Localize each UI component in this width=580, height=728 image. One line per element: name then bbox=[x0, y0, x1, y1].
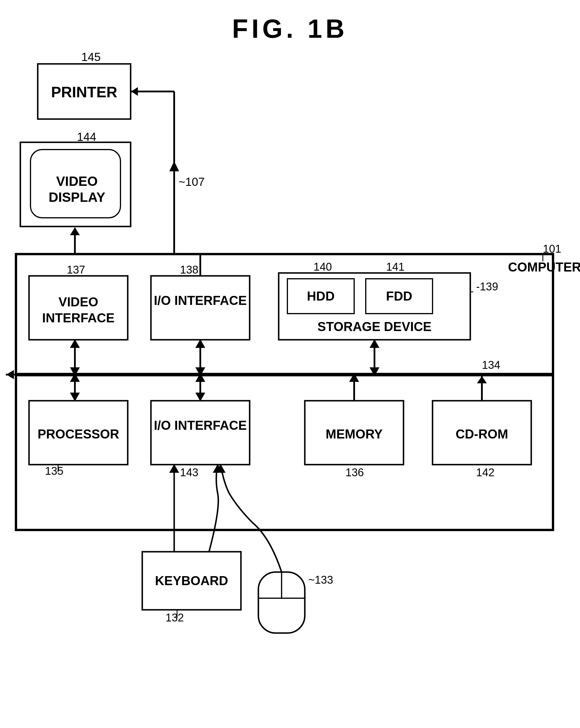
video-display-label2: DISPLAY bbox=[49, 190, 105, 205]
video-display-label1: VIDEO bbox=[56, 174, 98, 189]
bus-left-arrow bbox=[6, 370, 14, 379]
ref-101: 101 bbox=[543, 243, 561, 255]
ref-137: 137 bbox=[67, 264, 85, 276]
ref-143: 143 bbox=[180, 466, 198, 478]
memory-label: MEMORY bbox=[326, 427, 383, 441]
ref-134: 134 bbox=[482, 359, 500, 371]
ref-132: 132 bbox=[165, 612, 184, 624]
video-interface-label2: INTERFACE bbox=[42, 311, 114, 325]
fdd-label: FDD bbox=[386, 289, 412, 303]
page-title: FIG. 1B bbox=[232, 14, 348, 43]
arrow-107-head bbox=[169, 161, 179, 171]
ref-140: 140 bbox=[314, 261, 332, 273]
ref-136: 136 bbox=[345, 466, 364, 478]
ref-133: ~133 bbox=[308, 574, 333, 586]
storage-device-label: STORAGE DEVICE bbox=[318, 319, 432, 334]
video-display-arrowhead bbox=[70, 227, 80, 235]
io-interface-top-label1: I/O INTERFACE bbox=[154, 293, 247, 308]
ref-138: 138 bbox=[180, 264, 198, 276]
processor-label: PROCESSOR bbox=[37, 427, 119, 441]
ref-144: 144 bbox=[77, 130, 96, 143]
ref-139: -139 bbox=[476, 281, 498, 293]
ref-142: 142 bbox=[476, 466, 494, 478]
printer-label: PRINTER bbox=[51, 84, 117, 101]
ref-145: 145 bbox=[81, 51, 101, 63]
cdrom-label: CD-ROM bbox=[456, 427, 508, 441]
video-interface-label1: VIDEO bbox=[59, 295, 98, 309]
io-interface-bottom-box bbox=[151, 401, 249, 465]
computer-label: COMPUTER bbox=[508, 260, 580, 274]
ref-107: ~107 bbox=[179, 175, 205, 188]
hdd-label: HDD bbox=[307, 289, 335, 303]
printer-arrowhead bbox=[131, 87, 138, 96]
keyboard-label: KEYBOARD bbox=[155, 573, 228, 588]
ref-141: 141 bbox=[386, 261, 404, 273]
io-interface-bottom-label1: I/O INTERFACE bbox=[154, 418, 247, 433]
io-interface-top-box bbox=[151, 276, 249, 340]
ref-135: 135 bbox=[45, 465, 63, 477]
